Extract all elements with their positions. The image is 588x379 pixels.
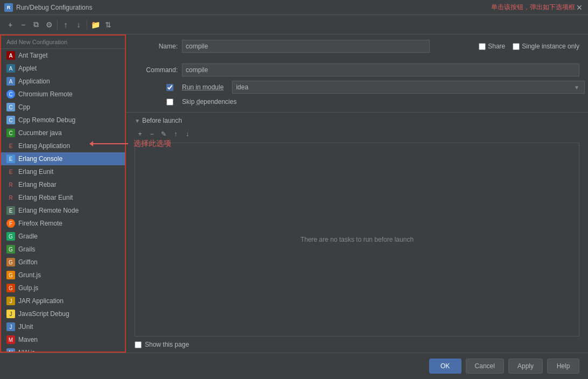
item-icon: C (6, 90, 15, 99)
list-item[interactable]: CCpp Remote Debug (1, 114, 125, 127)
item-icon: G (6, 232, 15, 241)
config-type-list: AAnt TargetAAppletAApplicationCChromium … (1, 49, 125, 352)
config-form: Command: compile Run in module idea ▼ (126, 57, 588, 113)
before-launch-up-button[interactable]: ↑ (170, 129, 181, 139)
folder-button[interactable]: 📁 (89, 19, 101, 31)
run-in-module-label[interactable]: Run in module (182, 83, 223, 91)
list-item[interactable]: GGulp.js (1, 282, 125, 294)
list-item[interactable]: GGriffon (1, 256, 125, 269)
item-icon: J (6, 322, 15, 331)
item-label: Applet (18, 65, 37, 72)
add-new-config-header: Add New Configuration (1, 36, 125, 49)
item-label: Erlang Remote Node (18, 207, 79, 214)
before-launch-remove-button[interactable]: − (146, 129, 157, 139)
before-launch-section: ▼ Before launch + − ✎ ↑ ↓ There are no t… (126, 113, 588, 353)
item-label: Maven (18, 336, 38, 343)
item-label: Erlang Rebar Eunit (18, 194, 73, 201)
dialog: + − ⧉ ⚙ ↑ ↓ 📁 ⇅ Add New Configuration AA… (0, 15, 588, 379)
item-icon: N (6, 348, 15, 352)
run-in-module-row: Run in module idea ▼ (135, 81, 579, 94)
content-area: Add New Configuration AAnt TargetAApplet… (0, 34, 588, 353)
title-annotation: 单击该按钮，弹出如下选项框 (491, 3, 575, 12)
list-item[interactable]: EErlang Console (1, 152, 125, 165)
item-icon: G (6, 245, 15, 254)
list-item[interactable]: CCpp (1, 101, 125, 114)
item-icon: C (6, 129, 15, 137)
list-item[interactable]: JJUnit (1, 320, 125, 333)
copy-config-button[interactable]: ⧉ (30, 19, 42, 31)
list-item[interactable]: GGrails (1, 243, 125, 256)
move-up-button[interactable]: ↑ (60, 19, 72, 31)
skip-dependencies-label[interactable]: Skip dependencies (182, 98, 236, 106)
item-label: NW.js (18, 349, 35, 352)
item-icon: M (6, 335, 15, 344)
run-in-module-checkbox[interactable] (166, 84, 173, 91)
item-label: JAR Application (18, 297, 64, 305)
list-item[interactable]: AApplication (1, 75, 125, 88)
settings-button[interactable]: ⚙ (43, 19, 55, 31)
list-item[interactable]: AAnt Target (1, 49, 125, 62)
command-row: Command: compile (135, 64, 579, 76)
list-item[interactable]: JJAR Application (1, 294, 125, 307)
left-panel: Add New Configuration AAnt TargetAApplet… (0, 34, 126, 353)
item-label: Erlang Eunit (18, 168, 53, 176)
add-config-button[interactable]: + (4, 19, 16, 31)
list-item[interactable]: RErlang Rebar Eunit (1, 191, 125, 204)
list-item[interactable]: JJavaScript Debug (1, 307, 125, 320)
list-item[interactable]: EErlang Remote Node (1, 204, 125, 217)
item-label: Grunt.js (18, 271, 41, 279)
item-label: Erlang Console (18, 155, 62, 163)
move-down-button[interactable]: ↓ (73, 19, 85, 31)
cancel-button[interactable]: Cancel (466, 359, 504, 374)
remove-config-button[interactable]: − (17, 19, 29, 31)
show-this-page-label[interactable]: Show this page (145, 341, 189, 348)
ok-button[interactable]: OK (429, 359, 461, 374)
toolbar-separator-2 (87, 20, 87, 30)
item-icon: C (6, 116, 15, 124)
before-launch-edit-button[interactable]: ✎ (158, 129, 169, 139)
item-label: Chromium Remote (18, 90, 73, 98)
skip-dependencies-checkbox[interactable] (166, 99, 173, 106)
single-instance-checkbox[interactable] (513, 43, 520, 50)
list-item[interactable]: NNW.js (1, 346, 125, 352)
name-input[interactable] (182, 40, 430, 53)
list-item[interactable]: AApplet (1, 62, 125, 75)
share-option: Share (479, 43, 505, 50)
title-bar: R Run/Debug Configurations 单击该按钮，弹出如下选项框… (0, 0, 588, 15)
apply-button[interactable]: Apply (508, 359, 543, 374)
list-item[interactable]: CChromium Remote (1, 88, 125, 101)
command-value: compile (182, 64, 579, 76)
list-item[interactable]: FFirefox Remote (1, 217, 125, 230)
item-icon: R (6, 193, 15, 202)
item-icon: A (6, 64, 15, 73)
item-label: Erlang Application (18, 142, 70, 150)
collapse-triangle-icon[interactable]: ▼ (135, 118, 140, 124)
list-item[interactable]: GGradle (1, 230, 125, 243)
close-button[interactable]: ✕ (575, 3, 584, 12)
list-item[interactable]: CCucumber java (1, 127, 125, 139)
share-checkbox[interactable] (479, 43, 486, 50)
list-item[interactable]: GGrunt.js (1, 269, 125, 282)
toolbar: + − ⧉ ⚙ ↑ ↓ 📁 ⇅ (0, 15, 588, 34)
list-item[interactable]: RErlang Rebar (1, 178, 125, 191)
command-label: Command: (135, 66, 178, 74)
item-icon: J (6, 297, 15, 305)
list-item[interactable]: EErlang Eunit (1, 165, 125, 178)
item-label: Cpp (18, 103, 30, 111)
list-item[interactable]: EErlang Application (1, 139, 125, 152)
item-icon: E (6, 155, 15, 163)
module-select[interactable]: idea (232, 81, 585, 94)
item-label: Cucumber java (18, 129, 62, 137)
item-icon: R (6, 180, 15, 189)
before-launch-add-button[interactable]: + (135, 129, 145, 139)
item-icon: E (6, 142, 15, 150)
help-button[interactable]: Help (547, 359, 579, 374)
before-launch-down-button[interactable]: ↓ (182, 129, 193, 139)
item-icon: E (6, 167, 15, 176)
show-this-page-row: Show this page (135, 341, 579, 348)
item-label: Griffon (18, 258, 38, 266)
item-icon: F (6, 219, 15, 228)
show-this-page-checkbox[interactable] (135, 341, 142, 348)
list-item[interactable]: MMaven (1, 333, 125, 346)
sort-button[interactable]: ⇅ (102, 19, 114, 31)
